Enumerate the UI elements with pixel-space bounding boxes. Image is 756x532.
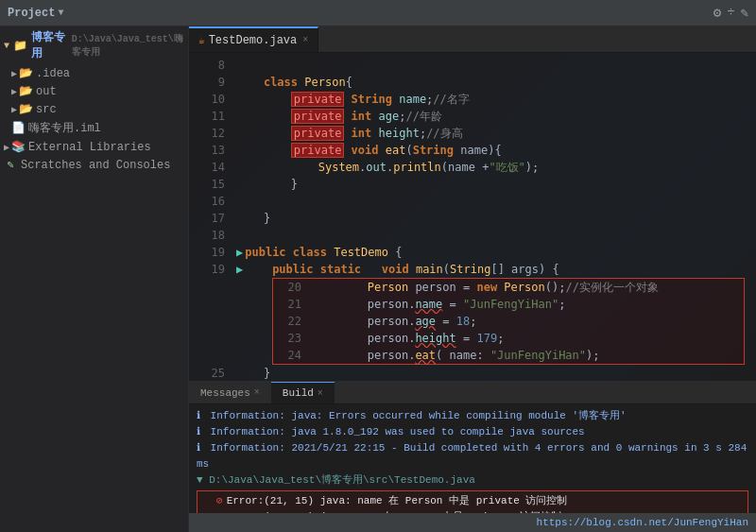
main-layout: ▼ 📁 博客专用 D:\Java\Java_test\嗨客专用 ▶ 📂 .ide…: [0, 26, 756, 532]
code-line-25: 25 }: [197, 365, 748, 381]
tab-messages[interactable]: Messages ×: [189, 382, 271, 403]
code-line-19a: 19 ▶ public class TestDemo {: [197, 244, 748, 261]
code-line-13: 13 private void eat(String name){: [197, 142, 748, 159]
code-line-11: 11 private int age;//年龄: [197, 108, 748, 125]
code-line-20: 20 Person person = new Person();//实例化一个对…: [273, 279, 744, 296]
extlib-label: External Libraries: [28, 141, 151, 154]
sidebar-item-out[interactable]: ▶ 📂 out: [0, 82, 188, 100]
title-bar: Project ▼ ⚙ ÷ ✎: [0, 0, 756, 26]
code-line-18: 18: [197, 227, 748, 244]
code-line-19b: 19 ▶ public static void main(String[] ar…: [197, 261, 748, 278]
run-arrow-icon: ▶: [236, 244, 243, 261]
iml-label: 嗨客专用.iml: [28, 120, 101, 136]
status-url: https://blog.csdn.net/JunFengYiHan: [537, 517, 748, 528]
info-icon-1: ℹ: [197, 410, 200, 421]
scratch-icon: ✎: [4, 158, 17, 172]
messages-close-icon[interactable]: ×: [254, 387, 260, 398]
build-error-1: ⊘ Error:(21, 15) java: name 在 Person 中是 …: [201, 493, 744, 509]
src-arrow-icon: ▶: [11, 104, 17, 115]
build-path-text: D:\Java\Java_test\博客专用\src\TestDemo.java: [209, 474, 475, 486]
code-line-14: 14 System.out.println(name +"吃饭");: [197, 159, 748, 176]
src-folder-icon: 📂: [19, 102, 32, 116]
src-label: src: [36, 103, 57, 116]
tab-build[interactable]: Build ×: [271, 382, 335, 403]
build-info-3: ℹ Information: 2021/5/21 22:15 - Build c…: [197, 440, 748, 472]
code-line-10: 10 private String name;//名字: [197, 91, 748, 108]
info-icon-3: ℹ: [197, 442, 200, 454]
code-line-21: 21 person.name = "JunFengYiHan";: [273, 296, 744, 313]
idea-label: .idea: [36, 67, 70, 80]
build-tab-label: Build: [283, 387, 314, 399]
sidebar-root[interactable]: ▼ 📁 博客专用 D:\Java\Java_test\嗨客专用: [0, 26, 188, 64]
editor-area: 8 9 class Person{ 10 private String name…: [189, 53, 756, 381]
sidebar: ▼ 📁 博客专用 D:\Java\Java_test\嗨客专用 ▶ 📂 .ide…: [0, 26, 189, 532]
tab-testdemo[interactable]: ☕ TestDemo.java ×: [189, 26, 318, 52]
tab-close-btn[interactable]: ×: [302, 35, 308, 45]
build-path: ▼ D:\Java\Java_test\博客专用\src\TestDemo.ja…: [197, 472, 748, 489]
bottom-tabs: Messages × Build ×: [189, 382, 756, 404]
build-output[interactable]: ℹ Information: java: Errors occurred whi…: [189, 404, 756, 513]
build-info-text-1: Information: java: Errors occurred while…: [211, 410, 627, 421]
extlib-arrow-icon: ▶: [4, 142, 9, 153]
build-close-icon[interactable]: ×: [318, 388, 323, 399]
tab-label: TestDemo.java: [209, 34, 298, 47]
tab-java-icon: ☕: [198, 34, 205, 46]
title-dropdown-icon[interactable]: ▼: [58, 8, 63, 18]
sidebar-item-src[interactable]: ▶ 📂 src: [0, 100, 188, 118]
error-block: 20 Person person = new Person();//实例化一个对…: [272, 278, 745, 365]
code-line-12: 12 private int height;//身高: [197, 125, 748, 142]
settings-icon[interactable]: ⚙: [713, 5, 721, 21]
build-info-text-2: Information: java 1.8.0_192 was used to …: [211, 426, 585, 438]
out-arrow-icon: ▶: [11, 86, 17, 97]
path-arrow-icon: ▼: [197, 474, 209, 486]
code-line-17: 17 }: [197, 210, 748, 227]
content-area: ☕ TestDemo.java × 8 9 class Person{: [189, 26, 756, 532]
build-info-1: ℹ Information: java: Errors occurred whi…: [197, 408, 748, 424]
code-line-15: 15 }: [197, 176, 748, 193]
status-bar: https://blog.csdn.net/JunFengYiHan: [189, 513, 756, 532]
bottom-panel: Messages × Build × ℹ Information: java: …: [189, 381, 756, 532]
code-line-24: 24 person.eat( name: "JunFengYiHan");: [273, 347, 744, 364]
root-arrow-icon: ▼: [4, 41, 9, 51]
error-text-1: Error:(21, 15) java: name 在 Person 中是 pr…: [227, 493, 568, 509]
code-line-23: 23 person.height = 179;: [273, 330, 744, 347]
root-path: D:\Java\Java_test\嗨客专用: [72, 32, 184, 59]
tab-bar: ☕ TestDemo.java ×: [189, 26, 756, 53]
code-line-16: 16: [197, 193, 748, 210]
error-list: ⊘ Error:(21, 15) java: name 在 Person 中是 …: [197, 490, 748, 513]
root-label: 博客专用: [31, 29, 68, 61]
sidebar-item-ext-lib[interactable]: ▶ 📚 External Libraries: [0, 138, 188, 156]
build-info-2: ℹ Information: java 1.8.0_192 was used t…: [197, 424, 748, 440]
error-icon-1: ⊘: [216, 493, 223, 509]
project-label: Project: [8, 7, 55, 20]
code-area[interactable]: 8 9 class Person{ 10 private String name…: [189, 53, 756, 381]
idea-folder-icon: 📂: [19, 66, 32, 80]
lib-icon: 📚: [11, 140, 25, 154]
sidebar-item-scratches[interactable]: ✎ Scratches and Consoles: [0, 156, 188, 174]
code-line-8: 8: [197, 57, 748, 74]
info-icon-2: ℹ: [197, 426, 200, 438]
idea-arrow-icon: ▶: [11, 68, 17, 79]
edit-icon[interactable]: ✎: [741, 5, 748, 21]
iml-file-icon: 📄: [11, 121, 25, 135]
sidebar-item-idea[interactable]: ▶ 📂 .idea: [0, 64, 188, 82]
out-label: out: [36, 85, 57, 98]
sidebar-item-iml[interactable]: 📄 嗨客专用.iml: [0, 118, 188, 138]
root-folder-icon: 📁: [13, 39, 27, 53]
build-info-text-3: Information: 2021/5/21 22:15 - Build com…: [197, 442, 747, 470]
code-line-22: 22 person.age = 18;: [273, 313, 744, 330]
run-arrow2-icon: ▶: [236, 261, 243, 278]
split-icon[interactable]: ÷: [727, 5, 734, 21]
messages-tab-label: Messages: [200, 387, 250, 399]
scratches-label: Scratches and Consoles: [21, 159, 170, 172]
out-folder-icon: 📂: [19, 84, 32, 98]
code-line-9: 9 class Person{: [197, 74, 748, 91]
